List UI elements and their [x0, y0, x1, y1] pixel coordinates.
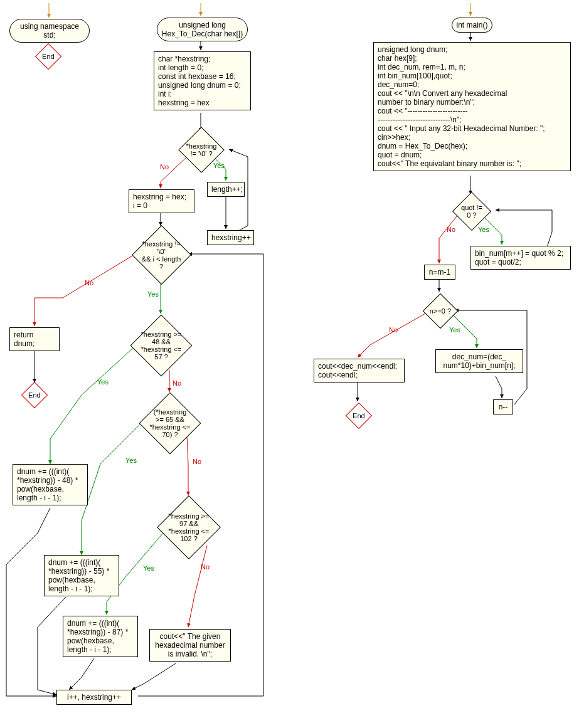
fc2-invalid-process: cout<<" The given hexadecimal number is … [149, 629, 231, 662]
fc2-hexstringpp-process: hexstring++ [207, 230, 254, 245]
fc3-dec-process: dec_num=(dec_ num*10)+bin_num[n]; [435, 349, 523, 373]
fc3-nset-process: n=m-1 [424, 265, 455, 280]
fc2-cond5-decision: *hexstring >= 97 && *hexstring <= 102 ? [157, 495, 221, 559]
yes-label: Yes [143, 564, 154, 572]
fc2-lengthpp-process: length++; [207, 182, 245, 197]
no-label: No [85, 279, 93, 287]
no-label: No [389, 326, 398, 334]
fc2-cond3-decision: *hexstring >= 48 && *hexstring <= 57 ? [130, 315, 193, 377]
fc3-ndec-process: n-- [493, 399, 513, 414]
yes-label: Yes [125, 456, 137, 464]
fc3-cond1-decision: quot != 0 ? [452, 192, 491, 231]
fc3-start-terminal: int main() [452, 18, 492, 33]
end-label: End [28, 391, 41, 399]
end-label: End [353, 412, 365, 419]
end-label: End [42, 53, 55, 60]
yes-label: Yes [213, 162, 225, 169]
yes-label: Yes [449, 326, 460, 334]
no-label: No [447, 226, 455, 233]
fc2-init-process: char *hexstring; int length = 0; const i… [154, 51, 251, 110]
fc1-end-icon: End [35, 43, 61, 70]
no-label: No [173, 379, 181, 387]
fc2-calc2-process: dnum += (((int)( *hexstring)) - 55) * po… [44, 555, 119, 596]
fc2-inc-process: i++, hexstring++ [56, 690, 132, 705]
fc2-cond2-decision: *hexstring != '\0' && i < length ? [132, 225, 191, 285]
yes-label: Yes [97, 378, 109, 386]
fc2-calc1-process: dnum += (((int)( *hexstring)) - 48) * po… [13, 464, 88, 505]
fc2-calc3-process: dnum += (((int)( *hexstring)) - 87) * po… [63, 616, 138, 657]
fc3-bin-process: bin_num[m++] = quot % 2; quot = quot/2; [470, 246, 571, 270]
fc1-start-terminal: using namespace std; [9, 19, 90, 43]
fc2-start-terminal: unsigned long Hex_To_Dec(char hex[]) [157, 18, 248, 41]
fc3-cond2-decision: n>=0 ? [423, 293, 459, 329]
yes-label: Yes [478, 226, 489, 233]
fc3-out-process: cout<<dec_num<<endl; cout<<endl; [314, 359, 405, 382]
no-label: No [193, 458, 201, 465]
no-label: No [160, 163, 169, 171]
fc2-end-icon: End [21, 382, 48, 408]
fc3-end-icon: End [346, 403, 372, 429]
fc2-reset-process: hexstring = hex; i = 0 [129, 189, 194, 213]
fc2-return-process: return dnum; [9, 327, 60, 351]
fc3-init-process: unsigned long dnum; char hex[9]; int dec… [373, 42, 571, 171]
fc2-cond4-decision: (*hexstring >= 65 && *hexstring <= 70) ? [139, 393, 201, 455]
no-label: No [201, 563, 210, 571]
yes-label: Yes [147, 290, 159, 298]
